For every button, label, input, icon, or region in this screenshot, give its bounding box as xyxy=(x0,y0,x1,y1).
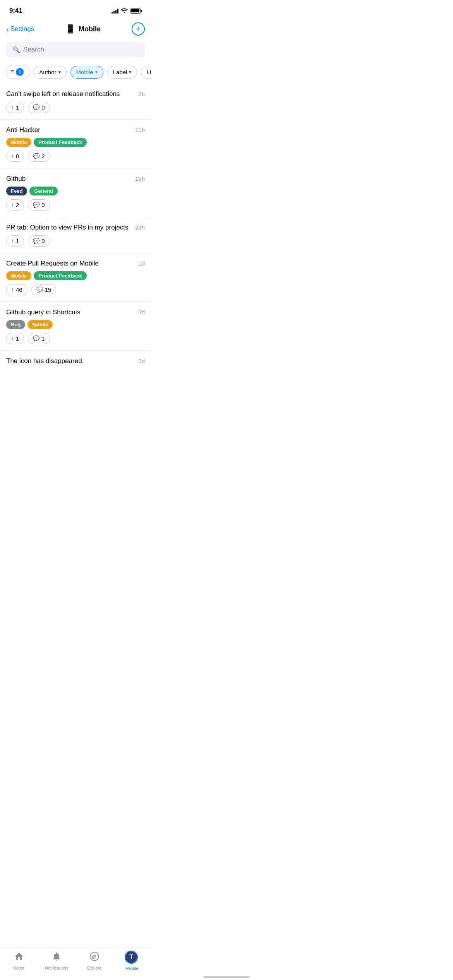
tag-general: General xyxy=(29,187,57,195)
signal-icon xyxy=(112,8,118,14)
author-filter-button[interactable]: Author ▾ xyxy=(33,66,66,79)
unanswered-filter-button[interactable]: Unanswered xyxy=(141,66,151,79)
wifi-icon xyxy=(121,8,128,14)
tag-product-feedback: Product Feedback xyxy=(34,271,87,280)
comment-stat[interactable]: 💬 0 xyxy=(28,235,50,247)
upvote-icon: ↑ xyxy=(11,104,14,110)
status-bar: 9:41 xyxy=(0,0,151,19)
label-filter-button[interactable]: Label ▾ xyxy=(107,66,137,79)
upvote-count: 1 xyxy=(16,238,19,244)
comment-count: 1 xyxy=(41,335,45,342)
search-icon: 🔍 xyxy=(12,46,20,53)
comment-count: 2 xyxy=(41,153,45,159)
comment-count: 0 xyxy=(41,202,45,208)
feed-item-stats: ↑ 1 💬 0 xyxy=(6,235,145,247)
status-time: 9:41 xyxy=(9,7,22,15)
feed-item-stats: ↑ 0 💬 2 xyxy=(6,151,145,162)
feed-item-time: 11h xyxy=(135,127,145,133)
comment-stat[interactable]: 💬 1 xyxy=(28,333,50,344)
feed-item-header: Github 15h xyxy=(6,175,145,183)
tag-feed: Feed xyxy=(6,187,27,195)
filter-lines-icon: ≡ xyxy=(10,69,14,75)
comment-stat[interactable]: 💬 15 xyxy=(31,284,57,295)
feed-item-title: Can't swipe left on release notification… xyxy=(6,90,138,99)
upvote-count: 1 xyxy=(16,104,19,111)
feed-item-stats: ↑ 46 💬 15 xyxy=(6,284,145,295)
feed-item-title: Github xyxy=(6,175,135,183)
upvote-icon: ↑ xyxy=(11,202,14,208)
feed-item-time: 2d xyxy=(138,358,145,364)
label-filter-label: Label xyxy=(113,69,127,75)
label-chevron-icon: ▾ xyxy=(129,70,131,75)
feed-item-title: The icon has disappeared. xyxy=(6,357,138,366)
plus-icon: + xyxy=(136,24,141,34)
feed-item[interactable]: PR tab: Option to view PRs in my project… xyxy=(0,217,151,253)
feed-item[interactable]: The icon has disappeared. 2d xyxy=(0,351,151,375)
upvote-stat[interactable]: ↑ 46 xyxy=(6,284,27,295)
add-button[interactable]: + xyxy=(132,22,145,36)
comment-icon: 💬 xyxy=(33,104,39,110)
feed-item-tags: Bug Mobile xyxy=(6,320,145,329)
upvote-count: 1 xyxy=(16,335,19,342)
search-input[interactable] xyxy=(23,46,139,53)
feed-item-time: 15h xyxy=(135,175,145,182)
feed-item-header: Create Pull Requests on Mobile 1d xyxy=(6,259,145,268)
comment-stat[interactable]: 💬 2 xyxy=(28,151,50,162)
back-button[interactable]: ‹ Settings xyxy=(6,25,34,33)
comment-count: 15 xyxy=(45,286,51,293)
feed-item-header: Anti Hacker 11h xyxy=(6,126,145,135)
comment-count: 0 xyxy=(41,238,45,244)
feed-item[interactable]: Anti Hacker 11h Mobile Product Feedback … xyxy=(0,120,151,168)
upvote-stat[interactable]: ↑ 2 xyxy=(6,199,24,211)
feed-item-header: Github query in Shortcuts 2d xyxy=(6,308,145,317)
upvote-stat[interactable]: ↑ 1 xyxy=(6,333,24,344)
feed-item[interactable]: Github 15h Feed General ↑ 2 💬 0 xyxy=(0,168,151,217)
comment-icon: 💬 xyxy=(33,153,39,159)
feed-item[interactable]: Create Pull Requests on Mobile 1d Mobile… xyxy=(0,253,151,302)
filter-badge: 1 xyxy=(16,68,24,76)
back-label: Settings xyxy=(10,25,34,33)
tag-product-feedback: Product Feedback xyxy=(34,138,87,147)
feed-item-header: PR tab: Option to view PRs in my project… xyxy=(6,223,145,232)
comment-icon: 💬 xyxy=(33,202,39,208)
mobile-icon: 📱 xyxy=(65,24,76,34)
filter-all-button[interactable]: ≡ 1 xyxy=(6,65,29,79)
feed-item-header: The icon has disappeared. 2d xyxy=(6,357,145,366)
unanswered-filter-label: Unanswered xyxy=(147,69,151,75)
feed-item-time: 2d xyxy=(138,309,145,315)
upvote-icon: ↑ xyxy=(11,335,14,341)
battery-icon xyxy=(130,9,142,14)
nav-title-text: Mobile xyxy=(79,25,101,33)
feed-item-time: 3h xyxy=(138,91,145,97)
tag-mobile: Mobile xyxy=(6,138,31,147)
feed-item-stats: ↑ 1 💬 0 xyxy=(6,102,145,113)
upvote-stat[interactable]: ↑ 1 xyxy=(6,235,24,247)
comment-stat[interactable]: 💬 0 xyxy=(28,199,50,211)
nav-title: 📱 Mobile xyxy=(65,24,101,34)
upvote-icon: ↑ xyxy=(11,238,14,244)
upvote-icon: ↑ xyxy=(11,286,14,293)
comment-icon: 💬 xyxy=(33,238,39,244)
tag-mobile: Mobile xyxy=(27,320,53,329)
upvote-stat[interactable]: ↑ 0 xyxy=(6,151,24,162)
comment-icon: 💬 xyxy=(36,286,43,293)
comment-count: 0 xyxy=(41,104,45,111)
mobile-chevron-icon: ▾ xyxy=(95,70,98,75)
feed-item[interactable]: Github query in Shortcuts 2d Bug Mobile … xyxy=(0,302,151,351)
upvote-count: 0 xyxy=(16,153,19,159)
filter-row: ≡ 1 Author ▾ Mobile ▾ Label ▾ Unanswered xyxy=(0,62,151,84)
mobile-filter-button[interactable]: Mobile ▾ xyxy=(70,66,103,79)
status-icons xyxy=(112,8,142,14)
comment-stat[interactable]: 💬 0 xyxy=(28,102,50,113)
feed-item[interactable]: Can't swipe left on release notification… xyxy=(0,84,151,120)
feed-item-header: Can't swipe left on release notification… xyxy=(6,90,145,99)
upvote-stat[interactable]: ↑ 1 xyxy=(6,102,24,113)
feed-item-title: Github query in Shortcuts xyxy=(6,308,138,317)
feed-item-tags: Feed General xyxy=(6,187,145,195)
feed-item-title: Anti Hacker xyxy=(6,126,135,135)
feed-list: Can't swipe left on release notification… xyxy=(0,84,151,410)
feed-item-tags: Mobile Product Feedback xyxy=(6,271,145,280)
feed-item-title: PR tab: Option to view PRs in my project… xyxy=(6,223,135,232)
feed-item-stats: ↑ 1 💬 1 xyxy=(6,333,145,344)
nav-bar: ‹ Settings 📱 Mobile + xyxy=(0,19,151,40)
